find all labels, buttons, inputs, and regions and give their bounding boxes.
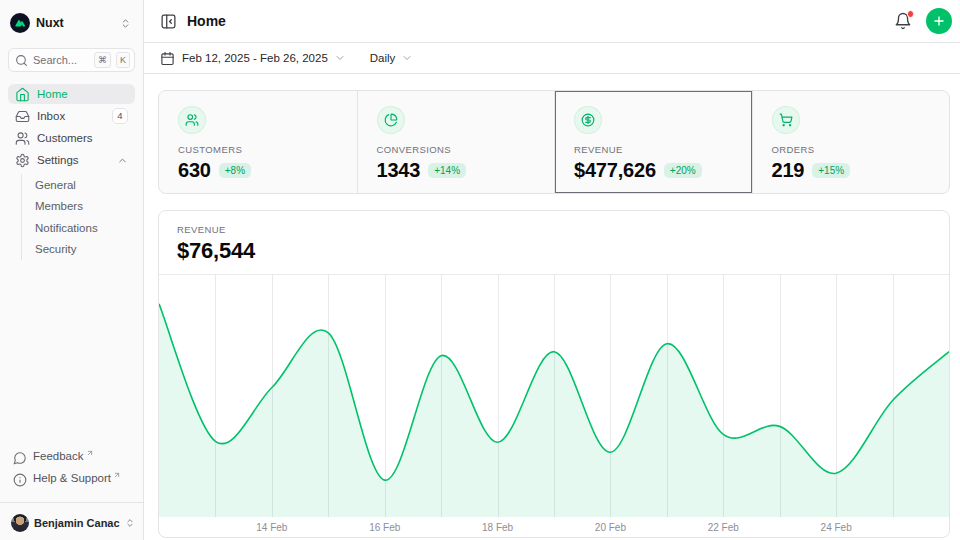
header-actions [892,8,952,34]
sub-item-label: General [35,179,76,191]
stat-label: ORDERS [772,144,931,155]
search-placeholder: Search... [33,54,89,66]
x-axis-tick-label: 20 Feb [595,522,626,533]
x-axis-tick-label: 16 Feb [369,522,400,533]
plus-icon [932,14,946,28]
stat-value: $477,626 [574,159,656,182]
sidebar-item-label: Settings [37,154,110,166]
stat-delta-badge: +8% [219,163,251,178]
sidebar-item-label: Inbox [37,110,105,122]
nuxt-logo [10,13,30,33]
sidebar-item-customers[interactable]: Customers [8,128,135,148]
search-input[interactable]: Search... ⌘ K [8,48,135,72]
search-icon [15,54,28,67]
notifications-button[interactable] [892,10,914,32]
footer-item-label: Help & Support [33,472,111,484]
dollar-circle-icon [574,106,602,134]
message-bubble-icon [13,451,27,465]
stat-value: 1343 [377,159,421,182]
chart-x-axis: 14 Feb16 Feb18 Feb20 Feb22 Feb24 Feb [159,517,949,538]
app-root: Nuxt Search... ⌘ K Home Inbox 4 Customer… [0,0,960,540]
stat-value: 219 [772,159,805,182]
date-range-picker[interactable]: Feb 12, 2025 - Feb 26, 2025 [182,52,328,64]
home-icon [15,87,30,102]
sub-item-label: Members [35,200,83,212]
sidebar-item-members[interactable]: Members [22,196,135,218]
stat-delta-badge: +14% [428,163,466,178]
users-icon [15,131,30,146]
stat-value: 630 [178,159,211,182]
stats-row: CUSTOMERS 630 +8% CONVERSIONS 1343 +14% [158,90,950,194]
inbox-icon [15,109,30,124]
settings-sub-list: General Members Notifications Security [21,174,135,260]
chevron-down-icon [401,52,413,64]
stat-card-orders[interactable]: ORDERS 219 +15% [752,91,950,193]
sub-item-label: Notifications [35,222,98,234]
sidebar-item-general[interactable]: General [22,174,135,196]
team-name: Nuxt [36,16,114,30]
chart-header: REVENUE $76,544 [159,211,949,274]
stat-delta-badge: +20% [664,163,702,178]
user-menu[interactable]: Benjamin Canac [8,510,135,536]
page-header: Home [144,0,960,43]
sidebar-item-label: Customers [37,132,128,144]
sidebar-item-security[interactable]: Security [22,239,135,261]
chart-value: $76,544 [177,238,931,264]
chevron-up-down-icon [125,518,135,528]
inbox-count-badge: 4 [112,108,128,124]
period-label: Daily [370,52,396,64]
filters-toolbar: Feb 12, 2025 - Feb 26, 2025 Daily [144,43,960,74]
notification-dot [907,10,915,18]
period-select[interactable]: Daily [370,52,414,64]
sidebar-item-notifications[interactable]: Notifications [22,217,135,239]
sidebar-item-label: Home [37,88,128,100]
stat-label: CUSTOMERS [178,144,338,155]
sidebar-divider [0,502,143,503]
collapse-sidebar-icon[interactable] [160,13,177,30]
x-axis-tick-label: 18 Feb [482,522,513,533]
sidebar-spacer [8,260,135,448]
add-button[interactable] [926,8,952,34]
sidebar-item-settings[interactable]: Settings [8,150,135,170]
pie-chart-icon [377,106,405,134]
sidebar: Nuxt Search... ⌘ K Home Inbox 4 Customer… [0,0,144,540]
x-axis-tick-label: 24 Feb [821,522,852,533]
stat-label: REVENUE [574,144,733,155]
content-area: CUSTOMERS 630 +8% CONVERSIONS 1343 +14% [144,74,960,540]
chart-area-fill [159,304,949,517]
sub-item-label: Security [35,243,77,255]
stat-card-conversions[interactable]: CONVERSIONS 1343 +14% [357,91,555,193]
stat-card-revenue[interactable]: REVENUE $477,626 +20% [554,91,752,193]
user-name: Benjamin Canac [34,517,120,529]
sidebar-item-feedback[interactable]: Feedback [8,448,135,468]
chevron-down-icon [334,52,346,64]
x-axis-tick-label: 14 Feb [256,522,287,533]
area-chart [159,275,949,517]
kbd-meta: ⌘ [94,52,111,68]
kbd-key: K [116,52,130,68]
cart-icon [772,106,800,134]
revenue-chart-card: REVENUE $76,544 14 Feb16 Feb18 Feb20 Feb… [158,210,950,538]
stat-label: CONVERSIONS [377,144,536,155]
external-link-icon [86,449,94,457]
avatar [11,514,29,532]
sidebar-item-help-support[interactable]: Help & Support [8,470,135,490]
x-axis-tick-label: 22 Feb [708,522,739,533]
external-link-icon [113,471,121,479]
sidebar-item-inbox[interactable]: Inbox 4 [8,106,135,126]
calendar-icon [160,51,175,66]
stat-card-customers[interactable]: CUSTOMERS 630 +8% [159,91,357,193]
stat-delta-badge: +15% [812,163,850,178]
info-circle-icon [13,473,27,487]
page-title: Home [187,13,226,29]
users-icon [178,106,206,134]
main-panel: Home Feb 12, 2025 - Feb 26, 2025 Daily [144,0,960,540]
gear-icon [15,153,30,168]
chart-label: REVENUE [177,224,931,235]
chevron-up-icon [117,155,128,166]
chevron-up-down-icon [120,18,131,29]
footer-item-label: Feedback [33,450,84,462]
chart-plot-area[interactable] [159,274,949,517]
team-picker[interactable]: Nuxt [8,10,135,36]
sidebar-item-home[interactable]: Home [8,84,135,104]
